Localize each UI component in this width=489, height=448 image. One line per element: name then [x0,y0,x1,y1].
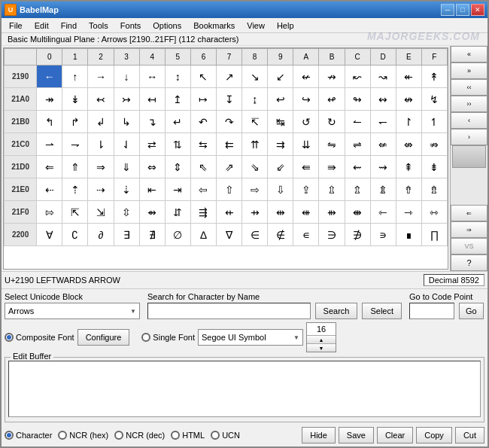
char-cell-21E0-10[interactable]: ⇪ [293,178,319,201]
char-cell-21A0-8[interactable]: ↨ [242,88,268,111]
char-cell-21F0-7[interactable]: ⇷ [216,201,241,224]
char-cell-21E0-1[interactable]: ⇡ [62,178,88,201]
char-cell-21F0-3[interactable]: ⇳ [114,201,139,224]
char-cell-21B0-4[interactable]: ↴ [139,111,165,133]
scroll-far-right[interactable]: » [451,62,487,79]
spin-up[interactable]: ▲ [307,335,336,343]
unicode-block-dropdown[interactable]: Arrows ▼ [5,303,140,319]
menu-bookmarks[interactable]: Bookmarks [187,20,241,32]
char-cell-21A0-1[interactable]: ↡ [62,88,88,111]
char-cell-2200-5[interactable]: ∅ [165,224,190,246]
char-cell-21D0-3[interactable]: ⇓ [114,156,139,178]
scroll-far-left[interactable]: « [451,46,487,62]
scroll-right-eq[interactable]: ⇒ [451,221,487,238]
char-cell-21D0-12[interactable]: ⇜ [345,156,370,178]
char-cell-21F0-15[interactable]: ⇿ [421,201,447,224]
char-cell-21A0-9[interactable]: ↩ [268,88,293,111]
char-cell-21C0-10[interactable]: ⇊ [293,133,319,156]
char-cell-21D0-14[interactable]: ⇞ [396,156,421,178]
char-cell-2190-5[interactable]: ↕ [165,66,190,88]
char-cell-21B0-15[interactable]: ↿ [421,111,447,133]
char-cell-2190-15[interactable]: ↟ [421,66,447,88]
single-font-radio[interactable]: Single Font [141,333,195,342]
char-cell-21D0-1[interactable]: ⇑ [62,156,88,178]
char-cell-21D0-4[interactable]: ⇔ [139,156,165,178]
char-cell-2190-10[interactable]: ↚ [293,66,319,88]
char-cell-21E0-6[interactable]: ⇦ [190,178,216,201]
char-cell-21C0-11[interactable]: ⇋ [319,133,345,156]
select-button[interactable]: Select [362,303,402,319]
search-input[interactable] [147,303,311,319]
scroll-right2[interactable]: ›› [451,96,487,112]
char-cell-21C0-13[interactable]: ⇍ [370,133,396,156]
char-cell-21C0-14[interactable]: ⇎ [396,133,421,156]
char-cell-2200-15[interactable]: ∏ [421,224,447,246]
scroll-thumb[interactable] [452,145,486,168]
char-cell-2200-4[interactable]: ∄ [139,224,165,246]
menu-tools[interactable]: Tools [83,20,114,32]
radio-html[interactable]: HTML [171,431,205,440]
menu-edit[interactable]: Edit [29,20,55,32]
menu-file[interactable]: File [3,20,29,32]
char-cell-21A0-15[interactable]: ↯ [421,88,447,111]
char-cell-21E0-12[interactable]: ⇬ [345,178,370,201]
char-cell-21B0-7[interactable]: ↷ [216,111,241,133]
minimize-button[interactable]: ─ [441,4,454,16]
char-cell-21F0-13[interactable]: ⇽ [370,201,396,224]
char-cell-2190-14[interactable]: ↞ [396,66,421,88]
char-cell-21A0-6[interactable]: ↦ [190,88,216,111]
char-cell-21D0-10[interactable]: ⇚ [293,156,319,178]
spin-down[interactable]: ▼ [307,343,336,352]
char-cell-21B0-2[interactable]: ↲ [88,111,114,133]
char-cell-2200-11[interactable]: ∋ [319,224,345,246]
char-cell-21B0-1[interactable]: ↱ [62,111,88,133]
char-cell-21B0-8[interactable]: ↸ [242,111,268,133]
font-name-dropdown[interactable]: Segoe UI Symbol ▼ [198,329,303,346]
char-cell-21A0-5[interactable]: ↥ [165,88,190,111]
char-cell-21F0-8[interactable]: ⇸ [242,201,268,224]
char-cell-2190-13[interactable]: ↝ [370,66,396,88]
char-cell-21D0-5[interactable]: ⇕ [165,156,190,178]
char-cell-21E0-11[interactable]: ⇫ [319,178,345,201]
char-cell-21B0-12[interactable]: ↼ [345,111,370,133]
char-cell-21E0-3[interactable]: ⇣ [114,178,139,201]
char-cell-2190-8[interactable]: ↘ [242,66,268,88]
char-cell-21F0-12[interactable]: ⇼ [345,201,370,224]
char-cell-2200-0[interactable]: ∀ [37,224,62,246]
radio-character[interactable]: Character [5,431,52,440]
menu-options[interactable]: Options [147,20,187,32]
char-cell-21D0-8[interactable]: ⇘ [242,156,268,178]
close-button[interactable]: ✕ [471,4,484,16]
menu-help[interactable]: Help [271,20,300,32]
char-cell-21A0-3[interactable]: ↣ [114,88,139,111]
char-cell-21B0-3[interactable]: ↳ [114,111,139,133]
char-cell-21E0-9[interactable]: ⇩ [268,178,293,201]
char-cell-2200-10[interactable]: ∊ [293,224,319,246]
vs-button[interactable]: VS [451,238,487,254]
char-cell-2200-3[interactable]: ∃ [114,224,139,246]
save-button[interactable]: Save [339,427,374,443]
char-cell-2190-4[interactable]: ↔ [139,66,165,88]
char-cell-21E0-2[interactable]: ⇢ [88,178,114,201]
char-cell-21F0-14[interactable]: ⇾ [396,201,421,224]
char-cell-21D0-11[interactable]: ⇛ [319,156,345,178]
char-cell-21A0-12[interactable]: ↬ [345,88,370,111]
char-cell-21B0-13[interactable]: ↽ [370,111,396,133]
char-cell-21B0-6[interactable]: ↶ [190,111,216,133]
char-cell-2200-1[interactable]: ∁ [62,224,88,246]
char-cell-21D0-7[interactable]: ⇗ [216,156,241,178]
char-cell-21C0-12[interactable]: ⇌ [345,133,370,156]
char-cell-2190-1[interactable]: ↑ [62,66,88,88]
char-cell-21A0-7[interactable]: ↧ [216,88,241,111]
char-cell-2190-9[interactable]: ↙ [268,66,293,88]
char-cell-21B0-5[interactable]: ↵ [165,111,190,133]
search-button[interactable]: Search [315,303,358,319]
char-cell-2190-2[interactable]: → [88,66,114,88]
char-cell-21B0-0[interactable]: ↰ [37,111,62,133]
char-cell-21A0-14[interactable]: ↮ [396,88,421,111]
char-cell-21D0-6[interactable]: ⇖ [190,156,216,178]
go-button[interactable]: Go [459,303,484,319]
char-cell-2200-14[interactable]: ∎ [396,224,421,246]
char-cell-21C0-9[interactable]: ⇉ [268,133,293,156]
char-cell-21C0-1[interactable]: ⇁ [62,133,88,156]
